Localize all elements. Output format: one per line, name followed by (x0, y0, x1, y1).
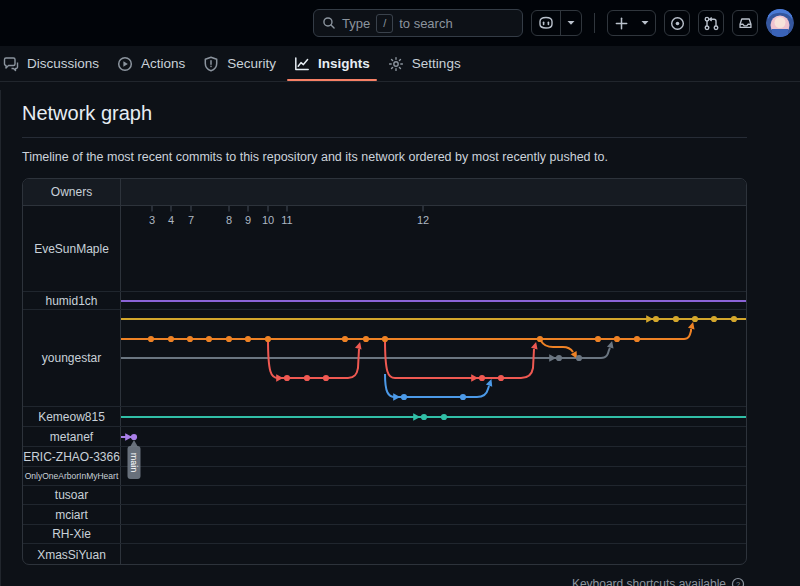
owner-name[interactable]: EveSunMaple (23, 206, 121, 291)
owner-row: RH-Xie (23, 525, 746, 544)
inbox-icon (738, 16, 753, 31)
owner-row: metanef (23, 427, 746, 447)
insights-icon (294, 56, 310, 72)
owner-name[interactable]: mciart (23, 505, 121, 524)
network-table-body: EveSunMaplehumid1chyoungestarKemeow815me… (23, 206, 746, 564)
tab-label: Settings (412, 56, 461, 71)
page-description: Timeline of the most recent commits to t… (22, 150, 608, 164)
inbox-button[interactable] (732, 10, 758, 36)
tab-settings[interactable]: Settings (379, 46, 470, 81)
copilot-dropdown-caret-icon[interactable] (561, 11, 581, 35)
owner-graph-area (121, 206, 746, 291)
question-icon: ? (731, 577, 745, 586)
owner-name[interactable]: humid1ch (23, 292, 121, 309)
security-icon (203, 56, 219, 72)
create-new-caret-icon (635, 11, 655, 35)
owner-graph-area (121, 407, 746, 426)
owner-row: humid1ch (23, 292, 746, 310)
owner-row: tusoar (23, 486, 746, 505)
tab-actions[interactable]: Actions (108, 46, 194, 81)
tab-discussions[interactable]: Discussions (0, 46, 108, 81)
content-left-border (0, 90, 1, 586)
title-divider (22, 137, 747, 138)
owner-name[interactable]: RH-Xie (23, 525, 121, 543)
search-placeholder-before: Type (342, 16, 370, 31)
slash-key-hint: / (376, 14, 393, 33)
tab-security[interactable]: Security (194, 46, 285, 81)
owner-name[interactable]: Kemeow815 (23, 407, 121, 426)
actions-icon (117, 56, 133, 72)
page-title: Network graph (22, 102, 152, 125)
issues-button[interactable] (664, 10, 690, 36)
pull-requests-button[interactable] (698, 10, 724, 36)
owner-name[interactable]: tusoar (23, 486, 121, 504)
owners-header: Owners (23, 179, 121, 205)
keyboard-shortcuts-text: Keyboard shortcuts available (572, 577, 726, 586)
owner-graph-area (121, 467, 746, 485)
discussions-icon (3, 56, 19, 72)
tab-label: Discussions (27, 56, 99, 71)
topbar: Type / to search (0, 0, 800, 46)
active-tab-underline (287, 79, 377, 81)
search-input[interactable]: Type / to search (313, 9, 523, 37)
avatar[interactable] (766, 9, 794, 37)
network-table: Owners EveSunMaplehumid1chyoungestarKeme… (22, 178, 747, 565)
git-pull-request-icon (704, 16, 719, 31)
keyboard-shortcuts-hint[interactable]: Keyboard shortcuts available ? (572, 577, 745, 586)
owner-row: Kemeow815 (23, 407, 746, 427)
copilot-icon (532, 11, 560, 35)
plus-icon (608, 11, 635, 35)
tab-label: Security (227, 56, 276, 71)
tab-label: Actions (141, 56, 185, 71)
owner-name[interactable]: ERIC-ZHAO-3366 (23, 447, 121, 466)
owner-name[interactable]: XmasSiYuan (23, 544, 121, 565)
owner-graph-area (121, 505, 746, 524)
owner-graph-area (121, 447, 746, 466)
issue-opened-icon (670, 16, 685, 31)
copilot-button[interactable] (531, 10, 582, 36)
owner-graph-area (121, 486, 746, 504)
svg-text:?: ? (736, 580, 740, 586)
owner-name[interactable]: youngestar (23, 310, 121, 406)
owner-row: ERIC-ZHAO-3366 (23, 447, 746, 467)
owner-graph-area (121, 427, 746, 446)
create-new-button[interactable] (607, 10, 656, 36)
owner-name[interactable]: metanef (23, 427, 121, 446)
repo-nav: DiscussionsActionsSecurityInsightsSettin… (0, 46, 800, 82)
settings-icon (388, 56, 404, 72)
owner-row: XmasSiYuan (23, 544, 746, 565)
owner-graph-area (121, 292, 746, 309)
tab-label: Insights (318, 56, 370, 71)
search-icon (322, 16, 336, 30)
network-table-header: Owners (23, 179, 746, 206)
owner-row: OnlyOneArborInMyHeart (23, 467, 746, 486)
owner-name[interactable]: OnlyOneArborInMyHeart (23, 467, 121, 485)
owner-row: EveSunMaple (23, 206, 746, 292)
owner-row: mciart (23, 505, 746, 525)
search-placeholder-after: to search (399, 16, 452, 31)
owner-graph-area (121, 544, 746, 565)
topbar-divider (594, 13, 595, 33)
tab-insights[interactable]: Insights (285, 46, 379, 81)
owner-row: youngestar (23, 310, 746, 407)
owner-graph-area (121, 310, 746, 406)
owner-graph-area (121, 525, 746, 543)
